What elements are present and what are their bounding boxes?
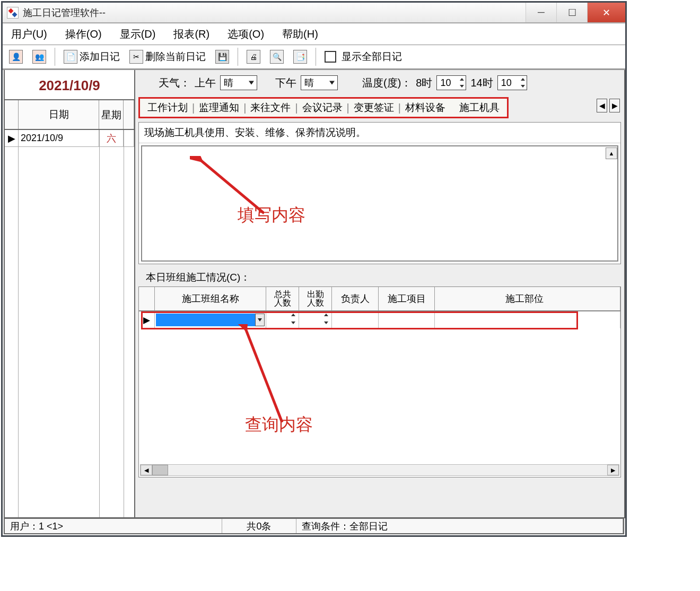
textarea-scroll-up[interactable]: ▲: [606, 147, 617, 159]
row-week-cell: 六: [99, 130, 124, 146]
temp-8h-spinner[interactable]: 10: [436, 75, 466, 90]
total-spinner[interactable]: [290, 312, 298, 325]
current-date-header: 2021/10/9: [5, 70, 134, 99]
col-project: 施工项目: [379, 287, 435, 310]
pm-weather-select[interactable]: 晴: [301, 75, 338, 90]
statusbar: 用户：1 <1> 共0条 查询条件：全部日记: [4, 518, 624, 534]
menu-report[interactable]: 报表(R): [170, 25, 213, 44]
print-button[interactable]: 🖨: [243, 48, 264, 66]
temp-label: 温度(度)：: [362, 76, 412, 90]
am-weather-select[interactable]: 晴: [220, 75, 257, 90]
col-team-name: 施工班组名称: [155, 287, 266, 310]
print-icon: 🖨: [247, 50, 260, 64]
close-button[interactable]: ✕: [587, 3, 625, 22]
tab-workplan[interactable]: 工作计划: [144, 101, 191, 115]
left-pane: 2021/10/9 日期 星期 ▶ 2021/10/9 六: [4, 70, 135, 518]
tab-strip: 工作计划| 监理通知| 来往文件| 会议记录| 变更签证| 材料设备 施工机具: [138, 97, 509, 118]
col-part: 施工部位: [435, 287, 620, 310]
right-pane: 天气： 上午 晴 下午 晴 温度(度)： 8时 10 14时 10 工作计划| …: [135, 70, 625, 518]
annotation-query-content: 查询内容: [245, 413, 313, 437]
delete-diary-label: 删除当前日记: [145, 50, 206, 64]
toolbar-user2-button[interactable]: 👥: [29, 48, 49, 66]
menubar: 用户(U) 操作(O) 显示(D) 报表(R) 选项(O) 帮助(H): [3, 23, 625, 45]
col-week-header: 星期: [99, 100, 124, 129]
menu-operate[interactable]: 操作(O): [62, 25, 105, 44]
scroll-left-icon[interactable]: ◀: [141, 465, 152, 475]
app-icon: [7, 7, 19, 19]
export-button[interactable]: 📑: [290, 48, 310, 66]
tab-materials[interactable]: 材料设备: [402, 101, 449, 115]
svg-line-1: [245, 327, 282, 422]
team-name-combo[interactable]: [156, 314, 265, 326]
status-condition: 查询条件：全部日记: [296, 519, 623, 533]
tab-machinery[interactable]: 施工机具: [456, 101, 503, 115]
date-row[interactable]: ▶ 2021/10/9 六: [5, 130, 134, 147]
tab-row: 工作计划| 监理通知| 来往文件| 会议记录| 变更签证| 材料设备 施工机具 …: [136, 95, 623, 120]
menu-option[interactable]: 选项(O): [224, 25, 267, 44]
add-diary-label: 添加日记: [80, 50, 120, 64]
annotation-arrow-icon: [218, 324, 298, 425]
preview-icon: 🔍: [270, 50, 284, 64]
description-section: 现场施工机具使用、安装、维修、保养情况说明。 填写内容 ▲: [138, 122, 621, 264]
time14-label: 14时: [470, 76, 493, 90]
description-textarea[interactable]: 填写内容: [141, 145, 618, 262]
weather-bar: 天气： 上午 晴 下午 晴 温度(度)： 8时 10 14时 10: [136, 70, 623, 95]
menu-user[interactable]: 用户(U): [8, 25, 50, 44]
export-icon: 📑: [293, 50, 307, 64]
toolbar-user1-button[interactable]: 👤: [6, 48, 26, 66]
people-icon: 👥: [32, 50, 46, 64]
save-button[interactable]: 💾: [212, 48, 232, 66]
date-grid: 日期 星期 ▶ 2021/10/9 六: [5, 99, 134, 517]
row-marker-icon: ▶: [5, 130, 19, 146]
am-label: 上午: [195, 76, 216, 90]
tab-scroll-right[interactable]: ▶: [609, 99, 620, 112]
team-row[interactable]: ▶: [139, 311, 620, 328]
tab-documents[interactable]: 来往文件: [247, 101, 294, 115]
temp-14h-spinner[interactable]: 10: [497, 75, 527, 90]
delete-diary-button[interactable]: ✂ 删除当前日记: [126, 48, 209, 66]
minimize-button[interactable]: ─: [526, 3, 556, 22]
add-diary-button[interactable]: 📄 添加日记: [60, 48, 123, 66]
team-section-label: 本日班组施工情况(C)：: [136, 264, 623, 286]
team-table: 施工班组名称 总共人数 出勤人数 负责人 施工项目 施工部位 ▶: [138, 286, 621, 477]
tab-meetings[interactable]: 会议记录: [299, 101, 346, 115]
tab-scroll-left[interactable]: ◀: [597, 99, 607, 112]
show-all-label: 显示全部日记: [342, 50, 402, 64]
row-date-cell: 2021/10/9: [19, 130, 99, 146]
preview-button[interactable]: 🔍: [267, 48, 287, 66]
description-label: 现场施工机具使用、安装、维修、保养情况说明。: [139, 123, 620, 143]
save-icon: 💾: [215, 50, 229, 64]
tab-supervision[interactable]: 监理通知: [196, 101, 242, 115]
status-user: 用户：1 <1>: [5, 519, 222, 533]
form-add-icon: 📄: [64, 50, 77, 64]
tab-changes[interactable]: 变更签证: [351, 101, 397, 115]
time8-label: 8时: [416, 76, 432, 90]
titlebar: 施工日记管理软件-- ─ ☐ ✕: [3, 3, 625, 23]
part-cell[interactable]: [435, 311, 620, 328]
leader-cell[interactable]: [332, 311, 379, 328]
maximize-button[interactable]: ☐: [556, 3, 587, 22]
window-title: 施工日记管理软件--: [23, 6, 106, 19]
col-total-people: 总共人数: [266, 287, 299, 310]
tab-scroll: ◀ ▶: [597, 99, 620, 112]
col-attendance: 出勤人数: [299, 287, 332, 310]
pm-label: 下午: [275, 76, 296, 90]
chevron-down-icon: [255, 314, 265, 326]
form-delete-icon: ✂: [129, 50, 143, 64]
menu-display[interactable]: 显示(D): [117, 25, 159, 44]
main-body: 2021/10/9 日期 星期 ▶ 2021/10/9 六: [3, 69, 625, 518]
row-marker-icon: ▶: [139, 311, 155, 328]
annotation-fill-content: 填写内容: [238, 204, 305, 227]
scroll-right-icon[interactable]: ▶: [607, 465, 619, 475]
col-date-header: 日期: [19, 100, 99, 129]
project-cell[interactable]: [379, 311, 435, 328]
horizontal-scrollbar[interactable]: ◀ ▶: [140, 464, 619, 476]
status-count: 共0条: [222, 519, 296, 533]
toolbar: 👤 👥 📄 添加日记 ✂ 删除当前日记 💾 🖨 🔍 📑 显示全部日记: [3, 45, 625, 69]
scroll-thumb[interactable]: [152, 465, 168, 475]
weather-label: 天气：: [159, 76, 190, 90]
show-all-checkbox[interactable]: 显示全部日记: [321, 48, 405, 66]
col-leader: 负责人: [332, 287, 379, 310]
menu-help[interactable]: 帮助(H): [279, 25, 321, 44]
attend-spinner[interactable]: [323, 312, 330, 325]
